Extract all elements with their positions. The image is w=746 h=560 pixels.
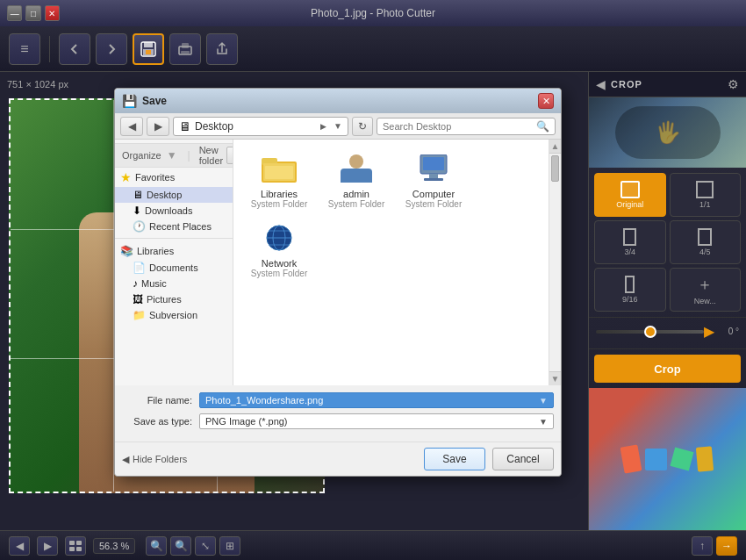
filename-row: File name: Photo_1_Wondershare.png ▼ xyxy=(122,392,554,408)
favorites-label: Favorites xyxy=(135,172,175,183)
location-arrow-icon: ▶ xyxy=(320,122,326,131)
ratio-new[interactable]: ＋ New... xyxy=(670,268,742,312)
sidebar-downloads[interactable]: ⬇ Downloads xyxy=(115,203,233,219)
close-button[interactable]: ✕ xyxy=(45,5,60,21)
dialog-content: Organize ▼ | New folder ≡ ▤ | ? ★ Favori… xyxy=(115,140,561,385)
file-item-network[interactable]: Network System Folder xyxy=(244,219,314,282)
ratio-3-4-label: 3/4 xyxy=(624,248,635,256)
scroll-up[interactable]: ▲ xyxy=(549,140,561,154)
thumbnail-toggle[interactable] xyxy=(65,536,86,556)
dialog-title: 💾 Save xyxy=(122,94,167,108)
svg-rect-3 xyxy=(146,50,151,54)
menu-button[interactable]: ≡ xyxy=(9,33,40,65)
maximize-button[interactable]: □ xyxy=(25,5,40,21)
export-button[interactable]: → xyxy=(716,536,737,556)
libraries-name: Libraries xyxy=(261,189,298,199)
ratio-original[interactable]: Original xyxy=(594,173,666,217)
sidebar-music[interactable]: ♪ Music xyxy=(115,276,233,291)
filename-dropdown-icon[interactable]: ▼ xyxy=(539,396,548,406)
import-button[interactable]: ↑ xyxy=(692,536,713,556)
svg-rect-9 xyxy=(69,547,75,551)
scroll-down[interactable]: ▼ xyxy=(549,371,561,385)
back-button[interactable] xyxy=(59,33,90,65)
computer-desc: System Folder xyxy=(405,199,462,209)
location-dropdown-icon[interactable]: ▼ xyxy=(334,121,342,131)
ratio-3-4[interactable]: 3/4 xyxy=(594,220,666,264)
collapse-icon[interactable]: ◀ xyxy=(596,77,606,91)
sidebar-libraries-header[interactable]: 📚 Libraries xyxy=(115,242,233,260)
files-scrollbar[interactable]: ▲ ▼ xyxy=(549,140,561,385)
next-button[interactable]: ▶ xyxy=(37,536,58,556)
dialog-back-button[interactable]: ◀ xyxy=(120,117,143,136)
save-dialog-button[interactable]: Save xyxy=(424,448,485,470)
minimize-button[interactable]: — xyxy=(7,5,22,21)
scroll-thumb[interactable] xyxy=(551,155,559,182)
ratio-4-5-icon xyxy=(698,228,712,246)
svg-rect-6 xyxy=(181,51,190,54)
share-button[interactable] xyxy=(206,33,238,65)
file-item-computer[interactable]: Computer System Folder xyxy=(398,150,469,212)
filetype-value: PNG Image (*.png) xyxy=(205,416,539,427)
sidebar-documents[interactable]: 📄 Documents xyxy=(115,260,233,276)
svg-rect-17 xyxy=(429,174,438,178)
dialog-forward-button[interactable]: ▶ xyxy=(147,117,169,136)
zoom-in-button[interactable]: 🔍 xyxy=(146,536,167,556)
crop-button[interactable]: Crop xyxy=(594,355,741,383)
dialog-search[interactable]: 🔍 xyxy=(377,118,556,135)
prev-button[interactable]: ◀ xyxy=(9,536,30,556)
ratio-original-icon xyxy=(620,181,640,198)
sidebar-desktop[interactable]: 🖥 Desktop xyxy=(115,187,233,203)
hide-folders-button[interactable]: ◀ Hide Folders xyxy=(122,454,187,465)
sidebar-pictures[interactable]: 🖼 Pictures xyxy=(115,291,233,307)
angle-slider[interactable] xyxy=(596,330,704,334)
preview-photo: 🖐 xyxy=(589,97,746,168)
angle-slider-container: ▶ 0 ° xyxy=(596,323,739,340)
pictures-icon: 🖼 xyxy=(133,293,143,305)
view-list-button[interactable]: ≡ xyxy=(226,147,233,164)
dialog-close-button[interactable]: ✕ xyxy=(538,93,554,109)
file-item-libraries[interactable]: Libraries System Folder xyxy=(244,150,314,212)
filename-input[interactable]: Photo_1_Wondershare.png ▼ xyxy=(199,392,554,408)
file-item-admin[interactable]: admin System Folder xyxy=(321,150,391,212)
dialog-sidebar: Organize ▼ | New folder ≡ ▤ | ? ★ Favori… xyxy=(115,140,233,385)
angle-thumb[interactable] xyxy=(644,326,656,338)
forward-button[interactable] xyxy=(96,33,127,65)
save-button[interactable] xyxy=(133,33,164,65)
ratio-1-1-label: 1/1 xyxy=(699,200,711,209)
dialog-toolbar: ◀ ▶ 🖥 Desktop ▶ ▼ ↻ 🔍 xyxy=(115,113,561,140)
dialog-refresh-button[interactable]: ↻ xyxy=(352,117,373,136)
downloads-icon: ⬇ xyxy=(133,205,141,217)
filetype-select[interactable]: PNG Image (*.png) ▼ xyxy=(199,413,554,429)
libraries-label: Libraries xyxy=(137,246,174,256)
search-input[interactable] xyxy=(383,121,536,132)
network-folder-icon xyxy=(262,223,297,255)
ratio-1-1[interactable]: 1/1 xyxy=(670,173,742,217)
admin-desc: System Folder xyxy=(328,199,384,209)
ratio-3-4-icon xyxy=(623,228,636,246)
zoom-display: 56.3 % xyxy=(93,538,135,554)
ratio-1-1-icon xyxy=(696,181,714,198)
angle-arrow-icon[interactable]: ▶ xyxy=(704,323,714,340)
fit-button[interactable]: ⤡ xyxy=(195,536,216,556)
cancel-dialog-button[interactable]: Cancel xyxy=(492,448,554,470)
sidebar-recent-places[interactable]: 🕐 Recent Places xyxy=(115,219,233,234)
ratio-4-5[interactable]: 4/5 xyxy=(670,220,742,264)
print-button[interactable] xyxy=(169,33,201,65)
subversion-icon: 📁 xyxy=(133,309,146,321)
actual-size-button[interactable]: ⊞ xyxy=(219,536,240,556)
filetype-dropdown-icon[interactable]: ▼ xyxy=(539,417,548,427)
panel-settings-icon[interactable]: ⚙ xyxy=(728,77,739,91)
zoom-out-button[interactable]: 🔍 xyxy=(170,536,191,556)
new-folder-button[interactable]: New folder xyxy=(199,145,224,166)
sidebar-subversion[interactable]: 📁 Subversion xyxy=(115,307,233,323)
desktop-icon: 🖥 xyxy=(133,189,143,201)
sidebar-favorites-header[interactable]: ★ Favorites xyxy=(115,168,233,187)
save-dialog[interactable]: 💾 Save ✕ ◀ ▶ 🖥 Desktop ▶ ▼ ↻ 🔍 xyxy=(114,88,562,477)
ratio-9-16[interactable]: 9/16 xyxy=(594,268,666,312)
dialog-location[interactable]: 🖥 Desktop ▶ ▼ xyxy=(173,117,348,136)
organize-button[interactable]: Organize xyxy=(122,150,161,161)
computer-folder-icon xyxy=(416,154,451,185)
hide-folders-arrow: ◀ xyxy=(122,454,129,465)
ratio-grid: Original 1/1 3/4 4/5 9/16 xyxy=(589,168,746,317)
music-label: Music xyxy=(141,278,167,289)
